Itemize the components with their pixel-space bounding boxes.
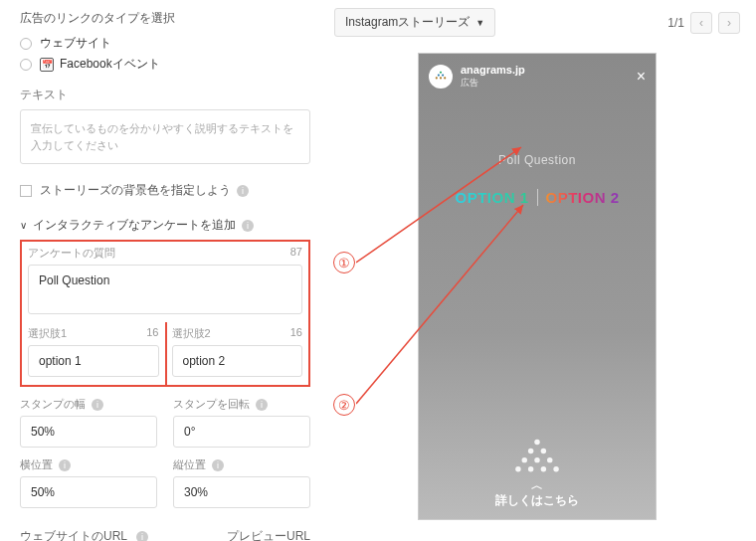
poll-opt2-count: 16 (290, 326, 302, 341)
annotation-1: ① (333, 252, 355, 273)
preview-url-link[interactable]: プレビューURL (227, 528, 310, 541)
poll-opt1-label: 選択肢1 (28, 326, 67, 341)
svg-point-2 (442, 75, 444, 77)
chevron-down-icon: ∨ (20, 220, 27, 231)
radio-website-label: ウェブサイト (40, 35, 111, 52)
bg-color-checkbox[interactable] (20, 185, 32, 197)
preview-cta: ︿ 詳しくはこちら (419, 477, 656, 509)
poll-opt2-label: 選択肢2 (172, 326, 211, 341)
info-icon[interactable]: i (212, 459, 224, 471)
poll-question-input[interactable]: Poll Question (28, 265, 302, 314)
pos-y-label: 縦位置 (173, 457, 206, 472)
svg-point-11 (547, 457, 552, 462)
svg-point-15 (553, 466, 558, 471)
stamp-width-input[interactable]: 50% (20, 416, 157, 448)
radio-icon (20, 38, 32, 50)
stamp-rotate-input[interactable]: 0° (173, 416, 310, 448)
poll-question-label: アンケートの質問 (28, 246, 115, 261)
story-preview: anagrams.jp 広告 × Poll Question OPTION 1 … (418, 53, 657, 520)
preview-logo (514, 437, 560, 479)
chevron-left-icon: ‹ (699, 16, 703, 30)
link-type-title: 広告のリンクのタイプを選択 (20, 10, 310, 27)
info-icon[interactable]: i (237, 185, 249, 197)
svg-point-12 (515, 466, 520, 471)
stamp-width-label: スタンプの幅 (20, 397, 86, 412)
prev-button[interactable]: ‹ (690, 12, 712, 34)
poll-opt1-input[interactable]: option 1 (28, 345, 159, 377)
ad-text-input[interactable]: 宣伝しているものを分かりやすく説明するテキストを入力してください (20, 109, 310, 164)
preview-format-label: Instagramストーリーズ (345, 14, 470, 31)
stamp-rotate-label: スタンプを回転 (173, 397, 250, 412)
close-icon[interactable]: × (637, 68, 646, 86)
logo-icon (434, 70, 448, 84)
preview-format-selector[interactable]: Instagramストーリーズ ▼ (334, 8, 495, 37)
chevron-up-icon: ︿ (419, 477, 656, 494)
preview-option-1: OPTION 1 (455, 189, 537, 206)
svg-point-1 (438, 75, 440, 77)
info-icon[interactable]: i (242, 220, 254, 232)
pos-x-input[interactable]: 50% (20, 476, 157, 508)
annotation-2: ② (333, 394, 355, 416)
poll-opt2-input[interactable]: option 2 (172, 345, 303, 377)
svg-point-9 (522, 457, 527, 462)
chevron-down-icon: ▼ (475, 18, 484, 28)
svg-point-13 (528, 466, 533, 471)
poll-opt1-count: 16 (146, 326, 158, 341)
info-icon: i (136, 531, 148, 541)
radio-website[interactable]: ウェブサイト (20, 35, 310, 52)
poll-section-label: インタラクティブなアンケートを追加 (33, 217, 236, 234)
info-icon[interactable]: i (59, 459, 71, 471)
page-indicator: 1/1 (667, 16, 684, 30)
website-url-link[interactable]: ウェブサイトのURL i (20, 528, 148, 541)
text-label: テキスト (20, 87, 310, 103)
svg-point-0 (440, 72, 442, 74)
story-account: anagrams.jp (461, 64, 525, 77)
svg-point-6 (534, 440, 539, 445)
svg-point-8 (541, 449, 546, 453)
radio-fb-event[interactable]: 📅 Facebookイベント (20, 56, 310, 73)
preview-poll-question: Poll Question (419, 153, 656, 167)
facebook-event-icon: 📅 (40, 58, 54, 72)
info-icon[interactable]: i (256, 399, 268, 411)
svg-point-4 (440, 77, 442, 79)
poll-section-toggle[interactable]: ∨ インタラクティブなアンケートを追加 i (20, 217, 310, 234)
svg-point-10 (534, 457, 539, 462)
preview-option-2: OPTION 2 (538, 189, 620, 206)
svg-point-5 (444, 77, 446, 79)
story-sponsored: 広告 (461, 77, 525, 90)
info-icon[interactable]: i (92, 399, 103, 411)
next-button[interactable]: › (718, 12, 740, 34)
radio-fb-label: Facebookイベント (60, 56, 160, 73)
poll-highlight-box: アンケートの質問 87 Poll Question 選択肢1 16 option… (20, 240, 310, 387)
pos-y-input[interactable]: 30% (173, 476, 310, 508)
svg-point-7 (528, 449, 533, 453)
pos-x-label: 横位置 (20, 457, 53, 472)
radio-icon (20, 59, 32, 71)
avatar (429, 65, 453, 89)
poll-question-count: 87 (290, 246, 302, 261)
chevron-right-icon: › (727, 16, 731, 30)
svg-point-3 (436, 77, 438, 79)
bg-color-label: ストーリーズの背景色を指定しよう (40, 182, 231, 199)
svg-point-14 (541, 466, 546, 471)
